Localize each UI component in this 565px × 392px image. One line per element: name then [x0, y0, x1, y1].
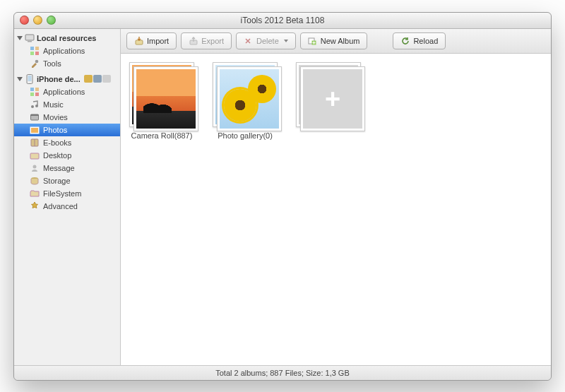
album-photo-gallery[interactable]: Photo gallery(0) [211, 62, 279, 140]
sidebar-item-message[interactable]: Message [14, 162, 120, 174]
badge-icon [93, 75, 102, 83]
computer-icon [25, 33, 35, 43]
album-label: Photo gallery(0) [218, 131, 273, 140]
sidebar-item-advanced[interactable]: Advanced [14, 200, 120, 213]
sidebar-item-label: Applications [43, 88, 85, 96]
sidebar-item-label: Message [43, 164, 75, 172]
svg-rect-12 [35, 93, 39, 96]
sidebar-item-label: Applications [43, 47, 85, 55]
message-icon [30, 163, 40, 173]
badge-icon [102, 75, 111, 83]
svg-rect-2 [30, 47, 34, 50]
sidebar-item-filesystem[interactable]: FileSystem [14, 187, 120, 200]
sidebar-group-label: iPhone de... [37, 75, 81, 83]
folder-icon [30, 189, 40, 198]
device-badges [84, 75, 111, 83]
sidebar-item-label: FileSystem [43, 189, 81, 198]
apps-icon [30, 87, 40, 97]
sidebar-item-label: Photos [43, 126, 67, 134]
svg-point-13 [31, 105, 34, 108]
titlebar: iTools 2012 Beta 1108 [14, 13, 551, 29]
svg-rect-0 [25, 35, 34, 40]
sidebar-item-photos[interactable]: Photos [14, 124, 120, 136]
music-icon [30, 100, 40, 109]
content-area: Import Export Delete New Album [121, 29, 551, 365]
tools-icon [30, 59, 40, 69]
svg-point-6 [35, 59, 39, 63]
button-label: New Album [321, 37, 360, 45]
sidebar-item-desktop[interactable]: Desktop [14, 149, 120, 162]
svg-rect-3 [35, 47, 39, 50]
sidebar-item-label: E-books [43, 138, 71, 147]
svg-rect-8 [28, 76, 32, 81]
sidebar-item-label: Storage [43, 177, 71, 185]
apps-icon [30, 46, 40, 56]
new-album-button[interactable]: New Album [300, 32, 368, 49]
import-icon [134, 36, 143, 45]
delete-icon [244, 36, 253, 45]
svg-rect-5 [35, 52, 39, 55]
sidebar-item-label: Tools [43, 59, 61, 68]
export-button[interactable]: Export [181, 32, 232, 49]
chevron-down-icon [17, 77, 23, 81]
album-camera-roll[interactable]: Camera Roll(887) [128, 62, 196, 140]
sidebar-item-label: Advanced [43, 202, 78, 210]
svg-rect-9 [30, 88, 34, 91]
photos-icon [30, 125, 40, 135]
sidebar-item-movies[interactable]: Movies [14, 111, 120, 124]
badge-icon [84, 75, 93, 83]
status-text: Total 2 albums; 887 Files; Size: 1,3 GB [215, 369, 350, 377]
export-icon [189, 36, 198, 45]
sidebar: Local resources Applications Tools iPhon… [14, 29, 121, 365]
reload-icon [400, 36, 410, 45]
movies-icon [30, 112, 40, 122]
reload-button[interactable]: Reload [393, 32, 446, 49]
sidebar-group-iphone[interactable]: iPhone de... [14, 73, 120, 85]
album-thumbnail: + + [296, 62, 361, 127]
new-album-icon [308, 36, 317, 45]
svg-rect-4 [30, 52, 34, 55]
window-title: iTools 2012 Beta 1108 [14, 16, 551, 25]
album-grid: Camera Roll(887) Photo gallery(0) + + [121, 54, 551, 365]
sidebar-item-tools[interactable]: Tools [14, 57, 120, 70]
album-label: Camera Roll(887) [131, 131, 193, 140]
sidebar-item-storage[interactable]: Storage [14, 174, 120, 187]
button-label: Export [201, 37, 224, 45]
app-window: iTools 2012 Beta 1108 Local resources Ap… [13, 12, 552, 381]
storage-icon [30, 176, 40, 186]
svg-rect-18 [31, 128, 38, 133]
import-button[interactable]: Import [126, 32, 177, 49]
ebooks-icon [30, 138, 40, 148]
svg-rect-1 [28, 41, 32, 42]
svg-rect-16 [31, 114, 39, 116]
chevron-down-icon [17, 36, 23, 40]
iphone-icon [25, 74, 35, 84]
sidebar-item-ebooks[interactable]: E-books [14, 136, 120, 149]
chevron-down-icon [284, 40, 288, 42]
toolbar: Import Export Delete New Album [121, 29, 551, 54]
album-thumbnail [129, 62, 194, 127]
desktop-icon [30, 150, 40, 160]
svg-rect-10 [35, 88, 39, 91]
sidebar-item-music[interactable]: Music [14, 98, 120, 111]
button-label: Delete [256, 37, 279, 45]
sidebar-group-label: Local resources [37, 34, 96, 42]
sidebar-item-applications[interactable]: Applications [14, 44, 120, 57]
svg-point-14 [35, 105, 38, 107]
album-thumbnail [213, 62, 278, 127]
window-body: Local resources Applications Tools iPhon… [14, 29, 551, 365]
album-new-placeholder[interactable]: + + [295, 62, 362, 127]
svg-point-22 [33, 165, 37, 168]
plus-icon: + [325, 85, 340, 112]
svg-rect-11 [30, 93, 34, 96]
button-label: Import [147, 37, 169, 45]
status-bar: Total 2 albums; 887 Files; Size: 1,3 GB [14, 365, 551, 380]
svg-rect-21 [30, 153, 39, 159]
delete-button[interactable]: Delete [236, 32, 296, 49]
advanced-icon [30, 201, 40, 211]
sidebar-item-label: Music [43, 100, 64, 109]
button-label: Reload [413, 37, 438, 45]
sidebar-item-label: Movies [43, 113, 68, 121]
sidebar-item-applications[interactable]: Applications [14, 85, 120, 98]
sidebar-group-local[interactable]: Local resources [14, 32, 120, 44]
